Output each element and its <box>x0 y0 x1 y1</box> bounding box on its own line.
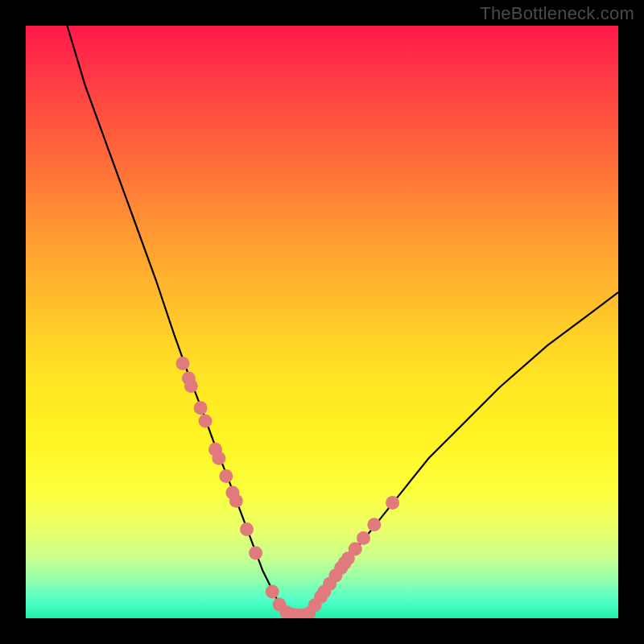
watermark-text: TheBottleneck.com <box>480 3 634 24</box>
data-point <box>249 547 262 560</box>
data-point <box>194 401 208 415</box>
data-point <box>184 379 198 393</box>
data-point <box>176 357 190 370</box>
data-point <box>229 494 243 508</box>
data-markers <box>176 357 400 618</box>
data-point <box>212 452 225 465</box>
chart-area <box>26 26 618 618</box>
bottleneck-curve <box>68 26 619 615</box>
data-point <box>349 542 362 555</box>
data-point <box>266 584 279 598</box>
data-point <box>367 518 381 531</box>
data-point <box>219 469 233 483</box>
data-point <box>240 522 254 536</box>
data-point <box>386 496 399 510</box>
bottleneck-chart <box>26 26 618 618</box>
data-point <box>357 531 370 545</box>
data-point <box>199 414 213 427</box>
